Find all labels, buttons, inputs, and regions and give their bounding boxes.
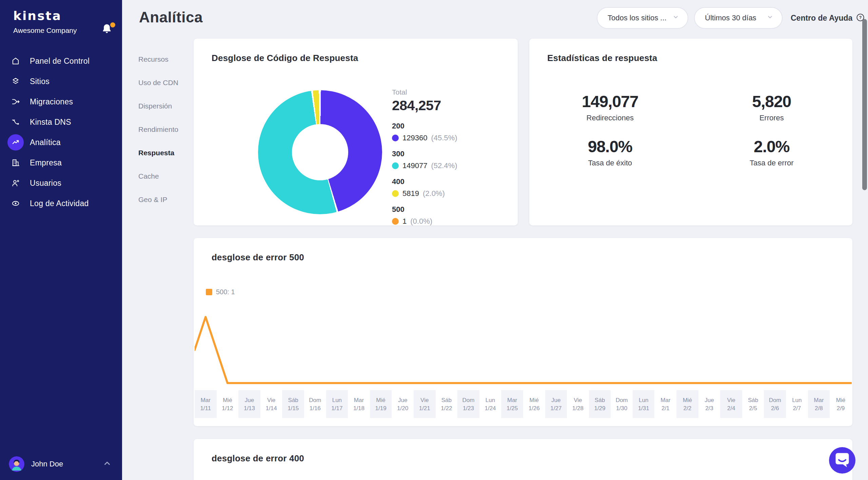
sidebar-item-log-de-actividad[interactable]: Log de Actividad [0,193,122,214]
site-filter-value: Todos los sitios ... [608,14,667,22]
stat-success-rate: 98.0% Tasa de éxito [529,138,691,167]
stat-value: 2.0% [691,138,853,156]
sidebar-nav: Panel de Control Sitios Migraciones Kins… [0,51,122,214]
sidebar: Kinsta Awesome Company Panel de Control … [0,0,122,480]
legend-percent: (52.4%) [431,161,457,170]
legend-value: 5819 [402,189,419,198]
subnav-recursos[interactable]: Recursos [138,47,189,71]
total-label: Total [392,88,504,96]
date-range-value: Últimos 30 días [705,14,756,22]
subnav-geo-ip[interactable]: Geo & IP [138,188,189,211]
axis-label: Lun2/7 [786,390,808,418]
date-range-dropdown[interactable]: Últimos 30 días [694,7,783,29]
error-500-chart [195,310,852,385]
dns-icon [7,114,24,130]
sidebar-item-analitica[interactable]: Analítica [0,132,122,153]
help-center-label: Centro de Ayuda [791,14,852,23]
axis-label: Dom1/16 [304,390,326,418]
site-filter-dropdown[interactable]: Todos los sitios ... [597,7,688,29]
sidebar-item-label: Panel de Control [30,57,90,66]
subnav-dispersion[interactable]: Dispersión [138,94,189,118]
legend-group-300: 300 149077 (52.4%) [392,149,504,170]
axis-label: Vie2/4 [720,390,742,418]
company-name: Awesome Company [13,26,77,35]
user-name: John Doe [31,460,102,468]
eye-icon [7,195,24,212]
sidebar-item-panel-de-control[interactable]: Panel de Control [0,51,122,71]
legend-dot [392,162,399,169]
axis-label: Vie1/21 [414,390,436,418]
axis-label: Mié1/19 [370,390,392,418]
axis-label: Mié2/9 [830,390,852,418]
error-500-legend: 500: 1 [206,288,235,296]
axis-label: Jue1/20 [392,390,414,418]
mykinsta-analytics-page: { "sidebar": { "logo": "Kinsta", "compan… [0,0,868,480]
avatar [9,456,24,472]
legend-value: 129360 [402,134,427,142]
axis-label: Dom1/23 [457,390,479,418]
chat-launcher-button[interactable] [829,447,855,474]
sidebar-item-kinsta-dns[interactable]: Kinsta DNS [0,112,122,132]
stat-value: 5,820 [691,93,853,111]
sidebar-item-label: Migraciones [30,97,73,106]
axis-label: Mar2/8 [808,390,830,418]
legend-value: 149077 [402,161,427,170]
notifications-button[interactable] [101,22,116,37]
card-title: Estadísticas de respuesta [547,53,657,63]
sidebar-item-label: Usuarios [30,179,61,188]
axis-label: Dom1/30 [611,390,633,418]
merge-icon [7,94,24,110]
axis-label: Sáb1/15 [282,390,304,418]
axis-label: Mar1/25 [501,390,523,418]
home-icon [7,53,24,69]
svg-text:?: ? [859,15,862,20]
legend-dot [392,218,399,225]
chevron-up-icon [102,459,112,469]
stats-grid: 149,077 Redirecciones 5,820 Errores 98.0… [529,93,852,167]
layers-icon [7,73,24,89]
chevron-down-icon [672,13,679,23]
subnav-uso-de-cdn[interactable]: Uso de CDN [138,71,189,94]
stat-error-rate: 2.0% Tasa de error [691,138,853,167]
legend-label: 500: 1 [216,288,235,296]
sidebar-item-empresa[interactable]: Empresa [0,153,122,173]
sidebar-item-migraciones[interactable]: Migraciones [0,92,122,112]
axis-label: Mar1/18 [348,390,370,418]
stat-value: 98.0% [529,138,691,156]
sidebar-item-label: Analítica [30,138,61,147]
sidebar-item-label: Kinsta DNS [30,118,71,127]
legend-dot [392,190,399,197]
axis-label: Mar2/1 [654,390,676,418]
sidebar-item-sitios[interactable]: Sitios [0,71,122,92]
subnav-respuesta[interactable]: Respuesta [138,141,189,164]
response-code-breakdown-card: Desglose de Código de Respuesta Total 28… [194,39,518,225]
notification-badge [110,22,115,27]
vertical-scrollbar-thumb[interactable] [862,19,867,190]
error-500-breakdown-card: desglose de error 500 500: 1 Mar1/11Mié1… [194,238,852,426]
axis-label: Jue1/27 [545,390,567,418]
subnav-rendimiento[interactable]: Rendimiento [138,118,189,141]
stat-label: Redirecciones [529,114,691,122]
axis-label: Mar1/11 [195,390,217,418]
axis-label: Mié1/12 [217,390,239,418]
stat-errors: 5,820 Errores [691,93,853,122]
trend-icon [7,134,24,151]
error-500-line [195,317,852,383]
axis-label: Mié2/2 [676,390,698,418]
help-center-link[interactable]: Centro de Ayuda ? [791,13,865,23]
axis-label: Jue2/3 [698,390,721,418]
total-value: 284,257 [392,98,504,114]
user-plus-icon [7,175,24,191]
donut-legend: Total 284,257 200 129360 (45.5%) 300 149… [392,88,504,233]
building-icon [7,155,24,171]
axis-label: Lun1/17 [326,390,348,418]
legend-percent: (45.5%) [431,134,457,142]
axis-label: Vie1/28 [567,390,589,418]
sidebar-item-usuarios[interactable]: Usuarios [0,173,122,193]
legend-code: 300 [392,149,504,158]
card-title: desglose de error 500 [212,252,304,263]
legend-dot [392,135,399,141]
subnav-cache[interactable]: Cache [138,164,189,188]
sidebar-item-label: Empresa [30,158,62,167]
user-menu[interactable]: John Doe [0,448,122,480]
